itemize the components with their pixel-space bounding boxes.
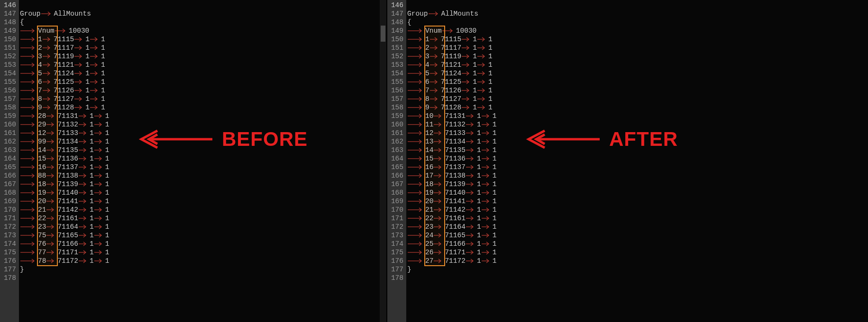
- tab-arrow-icon: [41, 11, 54, 16]
- tab-arrow-icon: [481, 131, 493, 135]
- code-line: 14 71135 1 1: [20, 146, 386, 154]
- vertical-scrollbar[interactable]: [380, 0, 386, 322]
- line-number: 159: [389, 112, 403, 120]
- tab-arrow-icon: [429, 88, 441, 93]
- tab-arrow-icon: [42, 80, 54, 84]
- tab-arrow-icon: [407, 165, 425, 170]
- tab-arrow-icon: [20, 173, 38, 178]
- tab-arrow-icon: [55, 28, 69, 33]
- tab-arrow-icon: [20, 122, 38, 127]
- line-number: 169: [389, 197, 403, 206]
- code-line: 24 71165 1 1: [407, 231, 868, 240]
- line-number: 152: [389, 52, 403, 61]
- code-line: 6 71125 1 1: [407, 78, 868, 86]
- tab-arrow-icon: [466, 156, 477, 161]
- code-line: {: [407, 18, 868, 27]
- tab-arrow-icon: [74, 63, 85, 67]
- line-number: 161: [389, 129, 403, 137]
- tab-arrow-icon: [466, 122, 477, 127]
- code-area[interactable]: Group AllMounts{ Vnum 10030 1 71115 1 1 …: [19, 0, 386, 322]
- tab-arrow-icon: [466, 114, 477, 118]
- code-line: 23 71164 1 1: [20, 223, 386, 231]
- line-number: 172: [2, 223, 16, 231]
- tab-arrow-icon: [433, 190, 445, 195]
- code-line: 27 71172 1 1: [407, 257, 868, 265]
- tab-arrow-icon: [94, 139, 105, 144]
- tab-arrow-icon: [46, 173, 57, 178]
- tab-arrow-icon: [407, 71, 425, 76]
- tab-arrow-icon: [78, 242, 90, 246]
- tab-arrow-icon: [94, 182, 105, 187]
- line-number: 146: [389, 1, 403, 9]
- tab-arrow-icon: [78, 114, 90, 118]
- tab-arrow-icon: [461, 45, 473, 50]
- tab-arrow-icon: [466, 242, 477, 246]
- code-line: 10 71131 1 1: [407, 112, 868, 120]
- scrollbar-thumb[interactable]: [381, 26, 385, 42]
- code-line: 1 71115 1 1: [407, 35, 868, 44]
- line-number: 171: [389, 214, 403, 223]
- line-number: 156: [389, 86, 403, 95]
- tab-arrow-icon: [20, 165, 38, 170]
- tab-arrow-icon: [42, 105, 54, 110]
- tab-arrow-icon: [46, 156, 57, 161]
- tab-arrow-icon: [42, 63, 54, 67]
- tab-arrow-icon: [481, 199, 493, 204]
- tab-arrow-icon: [461, 105, 473, 110]
- tab-arrow-icon: [20, 242, 38, 246]
- right-editor-pane: 1461471481491501511521531541551561571581…: [387, 0, 868, 322]
- tab-arrow-icon: [433, 173, 445, 178]
- tab-arrow-icon: [20, 131, 38, 135]
- code-line: 2 71117 1 1: [407, 44, 868, 52]
- code-line: 26 71171 1 1: [407, 248, 868, 257]
- tab-arrow-icon: [461, 63, 473, 67]
- tab-arrow-icon: [466, 233, 477, 238]
- tab-arrow-icon: [20, 114, 38, 118]
- tab-arrow-icon: [429, 105, 441, 110]
- tab-arrow-icon: [461, 88, 473, 93]
- tab-arrow-icon: [429, 54, 441, 59]
- code-line: 8 71127 1 1: [407, 95, 868, 103]
- tab-arrow-icon: [20, 148, 38, 152]
- tab-arrow-icon: [94, 224, 105, 229]
- tab-arrow-icon: [20, 224, 38, 229]
- code-line: 7 71126 1 1: [20, 86, 386, 95]
- tab-arrow-icon: [477, 80, 488, 84]
- tab-arrow-icon: [94, 250, 105, 255]
- tab-arrow-icon: [433, 148, 445, 152]
- tab-arrow-icon: [466, 250, 477, 255]
- tab-arrow-icon: [20, 182, 38, 187]
- tab-arrow-icon: [78, 233, 90, 238]
- tab-arrow-icon: [466, 165, 477, 170]
- tab-arrow-icon: [407, 105, 425, 110]
- tab-arrow-icon: [429, 45, 441, 50]
- tab-arrow-icon: [407, 97, 425, 101]
- tab-arrow-icon: [407, 173, 425, 178]
- tab-arrow-icon: [429, 80, 441, 84]
- line-number: 154: [389, 69, 403, 78]
- code-line: 3 71119 1 1: [20, 52, 386, 61]
- tab-arrow-icon: [20, 199, 38, 204]
- line-number: 168: [2, 188, 16, 197]
- line-number: 173: [389, 231, 403, 240]
- tab-arrow-icon: [481, 207, 493, 212]
- tab-arrow-icon: [433, 250, 445, 255]
- tab-arrow-icon: [407, 199, 425, 204]
- code-area[interactable]: Group AllMounts{ Vnum 10030 1 71115 1 1 …: [406, 0, 868, 322]
- tab-arrow-icon: [42, 45, 54, 50]
- tab-arrow-icon: [20, 156, 38, 161]
- tab-arrow-icon: [46, 199, 57, 204]
- code-line: 21 71142 1 1: [20, 206, 386, 214]
- tab-arrow-icon: [407, 45, 425, 50]
- code-line: 15 71136 1 1: [407, 154, 868, 163]
- tab-arrow-icon: [407, 37, 425, 42]
- line-number: 154: [2, 69, 16, 78]
- line-number: 164: [389, 154, 403, 163]
- line-number: 166: [2, 171, 16, 180]
- tab-arrow-icon: [433, 122, 445, 127]
- tab-arrow-icon: [429, 97, 441, 101]
- line-number: 170: [389, 206, 403, 214]
- tab-arrow-icon: [94, 122, 105, 127]
- tab-arrow-icon: [20, 139, 38, 144]
- tab-arrow-icon: [433, 259, 445, 263]
